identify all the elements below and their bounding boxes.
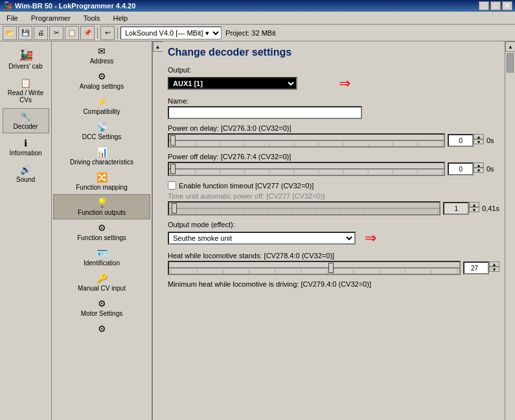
power-off-ticks: |||||||||||| — [169, 170, 444, 175]
nav-dcc-settings[interactable]: 📡 DCC Settings — [53, 118, 150, 144]
toolbar-btn-3[interactable]: 🖨 — [34, 26, 48, 40]
heat-stands-spin-down[interactable]: ▼ — [489, 267, 499, 272]
menu-help[interactable]: Help — [109, 13, 132, 23]
time-power-off-track-line — [169, 208, 439, 209]
heat-stands-spin-up[interactable]: ▲ — [489, 261, 499, 267]
nav-address[interactable]: ✉ Address — [53, 43, 150, 68]
extra-icon: ⚙ — [98, 324, 106, 334]
power-on-delay-track[interactable]: |||||||||||| — [168, 133, 445, 148]
time-until-power-spinbox: ▲ ▼ — [443, 202, 479, 215]
sidebar-item-read-write[interactable]: 📋 Read / Write CVs — [3, 74, 49, 107]
function-timeout-checkbox[interactable] — [168, 181, 176, 190]
heat-stands-spin-btns: ▲ ▼ — [489, 261, 499, 274]
heat-track-line — [169, 267, 459, 269]
output-mode-arrow-icon: ⇒ — [365, 230, 376, 247]
toolbar-btn-2[interactable]: 💾 — [18, 26, 32, 40]
name-input[interactable] — [168, 106, 362, 119]
minimize-button[interactable]: _ — [479, 1, 489, 10]
close-button[interactable]: ✕ — [502, 1, 512, 10]
toolbar-btn-4[interactable]: ✂ — [49, 26, 63, 40]
output-select[interactable]: AUX1 [1] — [168, 77, 297, 90]
left-sidebar: 🚂 Drivers' cab 📋 Read / Write CVs 🔧 Deco… — [0, 41, 52, 420]
nav-manual-cv[interactable]: 🔑 Manual CV input — [53, 270, 150, 295]
nav-function-mapping[interactable]: 🔀 Function mapping — [53, 169, 150, 194]
nav-function-settings[interactable]: ⚙ Function settings — [53, 219, 150, 245]
function-timeout-label: Enable function timeout [CV277 (CV32=0)] — [179, 182, 314, 190]
nav-identification[interactable]: 🪪 Identification — [53, 245, 150, 270]
nav-area: ✉ Address ⚙ Analog settings ⚡ Compatibil… — [52, 41, 163, 420]
nav-motor-settings[interactable]: ⚙ Motor Settings — [53, 295, 150, 320]
manual-cv-icon: 🔑 — [97, 273, 108, 283]
content-scroll-track — [505, 52, 515, 420]
nav-label-dcc: DCC Settings — [82, 133, 122, 140]
title-bar-controls[interactable]: _ □ ✕ — [479, 1, 512, 10]
heat-stands-value[interactable] — [463, 261, 489, 274]
time-power-spin-up[interactable]: ▲ — [469, 202, 479, 207]
power-off-delay-spin-up[interactable]: ▲ — [474, 162, 484, 168]
sidebar-item-decoder[interactable]: 🔧 Decoder — [3, 108, 49, 133]
maximize-button[interactable]: □ — [490, 1, 501, 10]
information-icon: ℹ — [24, 138, 27, 148]
content-scrollbar: ▲ ▼ — [505, 41, 515, 420]
toolbar-btn-5[interactable]: 📋 — [65, 26, 79, 40]
toolbar-btn-7[interactable]: ↩ — [100, 26, 115, 40]
menu-programmer[interactable]: Programmer — [27, 13, 74, 23]
power-off-delay-unit: 0s — [486, 165, 499, 173]
power-off-delay-spin-down[interactable]: ▼ — [474, 168, 484, 173]
time-until-power-off-group: Time until automatic power off: [CV277 (… — [168, 192, 499, 216]
content-scroll-up[interactable]: ▲ — [505, 41, 515, 52]
heat-stands-slider-row: |||||||||||| ▲ ▼ — [168, 261, 499, 275]
power-off-delay-track[interactable]: |||||||||||| — [168, 162, 445, 176]
power-off-delay-value[interactable] — [448, 162, 474, 175]
power-off-delay-spin-btns: ▲ ▼ — [474, 162, 484, 175]
sidebar-label-decoder: Decoder — [14, 123, 38, 130]
menu-file[interactable]: File — [3, 13, 22, 23]
nav-scrollbar: ▲ ▼ — [152, 41, 163, 420]
nav-analog-settings[interactable]: ⚙ Analog settings — [53, 68, 150, 93]
time-until-power-off-label: Time until automatic power off: [CV277 (… — [168, 192, 499, 200]
heat-stands-spinbox: ▲ ▼ — [463, 261, 499, 274]
decoder-icon: 🔧 — [20, 111, 31, 122]
heat-stands-track[interactable]: |||||||||||| — [168, 261, 461, 275]
function-outputs-icon: 💡 — [97, 197, 108, 208]
sidebar-item-information[interactable]: ℹ Information — [3, 135, 49, 160]
time-until-power-off-track[interactable]: |||||||||||| — [168, 201, 441, 216]
toolbar-btn-1[interactable]: 📂 — [3, 26, 17, 40]
analog-settings-icon: ⚙ — [98, 71, 106, 82]
toolbar-btn-6[interactable]: 📌 — [80, 26, 95, 40]
loksound-dropdown[interactable]: LokSound V4.0 [— MBit] ▾ — [120, 27, 222, 39]
compatibility-icon: ⚡ — [97, 96, 108, 107]
time-power-spin-down[interactable]: ▼ — [469, 207, 479, 212]
output-mode-group: Output mode (effect): Seuthe smoke unit … — [168, 221, 499, 247]
sound-icon: 🔊 — [20, 164, 31, 175]
sidebar-item-sound[interactable]: 🔊 Sound — [3, 161, 49, 186]
nav-extra[interactable]: ⚙ — [53, 320, 150, 337]
power-on-delay-value[interactable] — [448, 134, 474, 147]
toolbar: 📂 💾 🖨 ✂ 📋 📌 ↩ LokSound V4.0 [— MBit] ▾ P… — [0, 25, 515, 41]
power-on-delay-track-line — [169, 140, 444, 141]
title-bar-left: 🚂 Wim-BR 50 - LokProgrammer 4.4.20 — [3, 1, 135, 10]
nav-label-driving: Driving characteristics — [70, 159, 133, 166]
function-timeout-row: Enable function timeout [CV277 (CV32=0)] — [168, 181, 499, 190]
power-on-delay-label: Power on delay: [CV276.3:0 (CV32=0)] — [168, 124, 499, 132]
power-on-delay-spin-up[interactable]: ▲ — [474, 134, 484, 139]
power-on-delay-spin-down[interactable]: ▼ — [474, 139, 484, 144]
power-on-delay-slider-row: |||||||||||| ▲ ▼ 0s — [168, 133, 499, 148]
nav-driving-characteristics[interactable]: 📊 Driving characteristics — [53, 144, 150, 169]
name-group: Name: — [168, 97, 499, 119]
nav-compatibility[interactable]: ⚡ Compatibility — [53, 93, 150, 118]
time-until-power-unit: 0,41s — [482, 204, 499, 212]
time-until-power-value[interactable] — [443, 202, 469, 215]
output-mode-select[interactable]: Seuthe smoke unit — [168, 232, 356, 245]
power-off-delay-label: Power off delay: [CV276.7:4 (CV32=0)] — [168, 153, 499, 160]
nav-function-outputs[interactable]: 💡 Function outputs — [53, 194, 150, 219]
app-icon: 🚂 — [3, 1, 12, 10]
nav-scroll-up[interactable]: ▲ — [153, 41, 163, 52]
function-mapping-icon: 🔀 — [97, 172, 108, 182]
content-scroll-thumb[interactable] — [507, 53, 514, 72]
nav-panel: ✉ Address ⚙ Analog settings ⚡ Compatibil… — [52, 41, 152, 420]
menu-tools[interactable]: Tools — [80, 13, 104, 23]
output-mode-row: Seuthe smoke unit ⇒ — [168, 230, 499, 247]
sidebar-item-drivers-cab[interactable]: 🚂 Drivers' cab — [3, 44, 49, 73]
nav-label-manual-cv: Manual CV input — [78, 285, 126, 292]
